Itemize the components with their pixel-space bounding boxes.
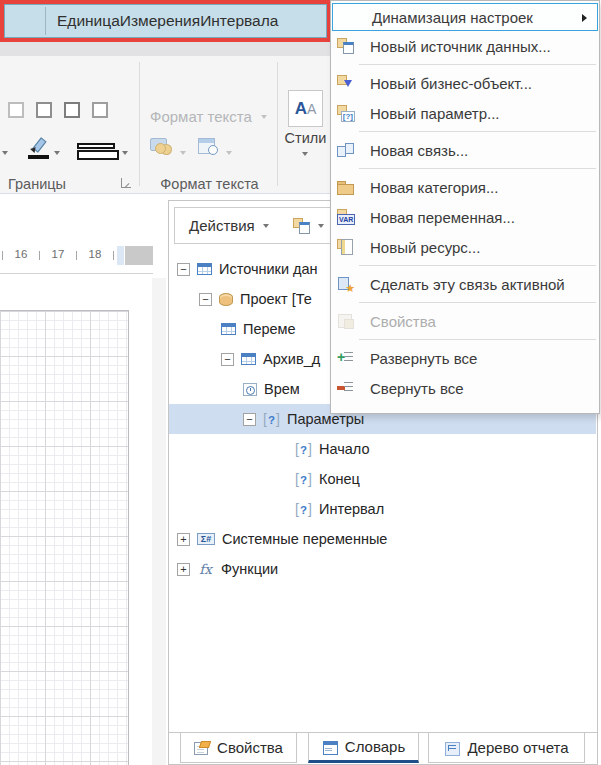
group-separator [139,62,140,186]
menu-item-new-variable[interactable]: Новая переменная... [331,202,599,232]
data-table-icon [241,353,256,365]
actions-dropdown-icon[interactable] [263,224,269,228]
menu-item-label: Новый параметр... [370,105,500,122]
panel-tab-bar: Свойства Словарь Дерево отчета [169,732,597,764]
highlighted-cell-field[interactable]: ЕдиницаИзмеренияИнтервала [0,0,331,42]
new-category-icon [337,179,355,195]
tab-report-tree[interactable]: Дерево отчета [428,733,585,763]
styles-button[interactable] [288,90,323,127]
menu-item-expand-all[interactable]: Развернуть все [331,343,599,373]
tree-item-param-interval[interactable]: Интервал [169,494,596,524]
menu-icon-placeholder [339,9,357,25]
tree-item-functions[interactable]: Функции [169,554,596,584]
menu-item-label: Свойства [370,313,436,330]
menu-separator [359,265,596,266]
menu-separator [359,339,596,340]
border-none-icon[interactable] [8,102,24,118]
properties-tab-icon [194,741,210,755]
menu-item-properties: Свойства [331,306,599,336]
menu-item-label: Развернуть все [370,350,477,367]
border-outside-icon[interactable] [64,102,80,118]
new-parameter-icon [337,105,355,121]
ruler-tick [76,251,77,260]
tab-label: Свойства [217,739,283,756]
menu-item-new-resource[interactable]: Новый ресурс... [331,232,599,262]
tab-properties[interactable]: Свойства [180,733,297,763]
tree-item-label: Архив_д [263,351,320,367]
actions-button[interactable]: Действия [189,217,255,234]
menu-item-new-parameter[interactable]: Новый параметр... [331,98,599,128]
functions-icon [197,561,214,577]
menu-item-label: Новая категория... [370,179,498,196]
tree-item-param-end[interactable]: Конец [169,464,596,494]
styles-aa-icon [295,99,317,119]
time-column-icon [243,383,257,396]
ribbon: Границы Формат текста Формат текста Стил… [0,56,330,194]
create-new-dropdown-icon[interactable] [318,224,324,228]
data-table-icon [221,323,236,335]
expand-expander-icon[interactable] [177,533,190,546]
tree-item-param-start[interactable]: Начало [169,434,596,464]
tree-item-label: Системные переменные [222,531,387,547]
menu-item-new-category[interactable]: Новая категория... [331,172,599,202]
report-designer-window: ЕдиницаИзмеренияИнтервала Границы Формат… [0,0,601,765]
vertical-scrollbar[interactable] [152,278,166,765]
design-surface-grid[interactable] [0,310,129,765]
menu-item-collapse-all[interactable]: Свернуть все [331,373,599,403]
menu-item-dynamization-settings[interactable]: Динамизация настроек [332,3,598,31]
menu-item-make-relation-active[interactable]: Сделать эту связь активной [331,269,599,299]
border-color-pen-icon[interactable] [30,138,46,152]
collapse-expander-icon[interactable] [221,353,234,366]
menu-item-new-business-object[interactable]: Новый бизнес-объект... [331,68,599,98]
collapse-all-icon [337,380,355,396]
horizontal-ruler: 16 17 18 [0,246,153,265]
dialog-launcher-icon[interactable] [121,178,131,188]
tree-item-label: Начало [319,441,370,457]
expand-all-icon [337,350,355,366]
ruler-page-end [125,246,153,265]
tree-item-label: Проект [Те [240,291,312,307]
menu-item-label: Свернуть все [370,380,464,397]
new-business-object-icon [337,75,355,91]
collapse-expander-icon[interactable] [177,263,190,276]
borders-group-label: Границы [8,176,66,192]
menu-item-new-data-source[interactable]: Новый источник данных... [331,31,599,61]
styles-dropdown-icon[interactable] [302,152,308,156]
menu-item-label: Новый бизнес-объект... [370,75,532,92]
title-band [0,42,330,56]
create-new-item-icon[interactable] [293,218,311,234]
border-inside-icon[interactable] [92,102,108,118]
parameter-icon [295,441,312,457]
text-format-button: Формат текста [150,108,267,125]
parameter-icon [295,501,312,517]
border-style-double-line-icon[interactable] [77,143,115,149]
border-style-dropdown-icon[interactable] [122,151,128,155]
menu-item-new-relation[interactable]: Новая связь... [331,135,599,165]
data-sources-icon [197,263,212,275]
tab-label: Дерево отчета [467,739,568,756]
tab-label: Словарь [345,738,405,755]
collapse-expander-icon[interactable] [243,413,256,426]
menu-item-label: Новая связь... [370,142,468,159]
chevron-down-icon[interactable] [2,151,8,155]
tree-item-label: Интервал [319,501,384,517]
tab-dictionary[interactable]: Словарь [308,733,419,763]
text-format-button-label: Формат текста [150,108,252,125]
ruler-number: 16 [8,248,34,260]
currency-format-icon [150,138,174,156]
collapse-expander-icon[interactable] [199,293,212,306]
border-all-icon[interactable] [36,102,52,118]
menu-item-label: Динамизация настроек [372,9,533,26]
parameter-icon [263,411,280,427]
field-value: ЕдиницаИзмеренияИнтервала [57,4,278,38]
expand-expander-icon[interactable] [177,563,190,576]
tree-item-system-variables[interactable]: Системные переменные [169,524,596,554]
tree-item-label: Переме [243,321,296,337]
field-divider [45,7,46,35]
styles-button-label: Стили [283,130,328,146]
border-color-dropdown-icon[interactable] [54,151,60,155]
tree-item-label: Источники дан [219,261,318,277]
ruler-number: 18 [82,248,108,260]
ruler-tick [113,251,114,260]
submenu-arrow-icon [582,14,587,22]
